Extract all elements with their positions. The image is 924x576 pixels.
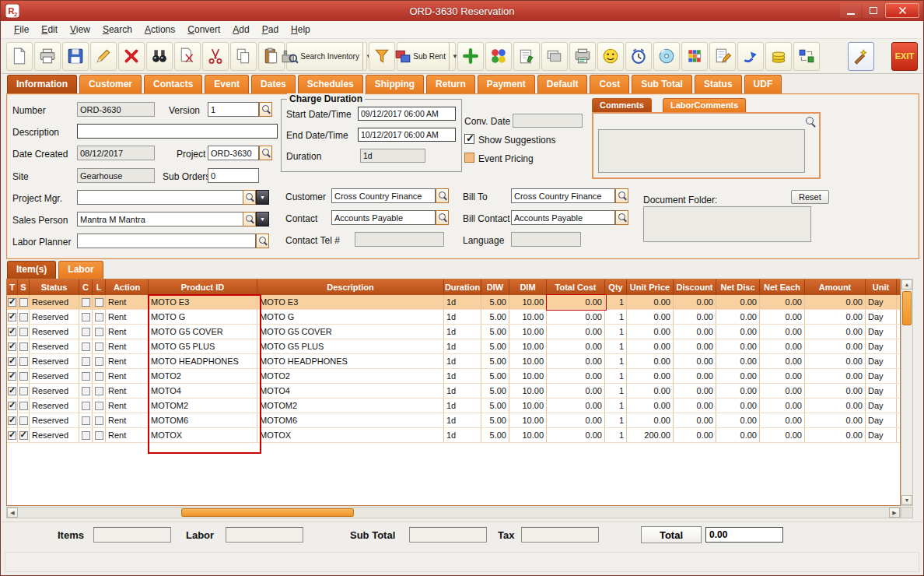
column-header-s[interactable]: S	[18, 279, 30, 295]
export-button[interactable]	[737, 42, 764, 71]
project-search-icon[interactable]	[259, 146, 272, 160]
page-edit-button[interactable]	[709, 42, 736, 71]
column-header-qty[interactable]: Qty	[605, 279, 627, 295]
find-button[interactable]	[146, 42, 173, 71]
column-header-duration[interactable]: Duration	[444, 279, 481, 295]
start-datetime-field[interactable]: 09/12/2017 06:00 AM	[358, 107, 456, 121]
s-checkbox[interactable]	[19, 328, 28, 336]
tab-return[interactable]: Return	[426, 75, 475, 93]
description-field[interactable]	[77, 124, 278, 139]
c-checkbox[interactable]	[82, 313, 90, 321]
table-row[interactable]: ReservedRentMOTO2MOTO21d5.0010.000.0010.…	[7, 369, 900, 384]
sub-rent-button[interactable]: Sub Rent▼	[397, 42, 456, 71]
tab-information[interactable]: Information	[7, 75, 77, 93]
l-checkbox[interactable]	[95, 402, 103, 410]
s-checkbox[interactable]	[19, 416, 28, 425]
column-header-t[interactable]: T	[7, 279, 18, 295]
table-row[interactable]: ReservedRentMOTO G5 PLUSMOTO G5 PLUS1d5.…	[7, 339, 900, 354]
scroll-down-icon[interactable]: ▼	[901, 495, 912, 505]
column-header-discount[interactable]: Discount	[674, 279, 716, 295]
t-checkbox[interactable]	[8, 387, 16, 395]
l-checkbox[interactable]	[95, 342, 103, 351]
column-header-status[interactable]: Status	[30, 279, 79, 295]
bill-contact-field[interactable]: Accounts Payable	[511, 210, 615, 225]
disc-button[interactable]	[653, 42, 680, 71]
show-suggestions-checkbox[interactable]	[464, 134, 474, 144]
table-row[interactable]: ReservedRentMOTOM2MOTOM21d5.0010.000.001…	[7, 399, 900, 413]
minimize-button[interactable]	[840, 3, 861, 18]
t-checkbox[interactable]	[8, 342, 16, 351]
smiley-button[interactable]	[597, 42, 624, 71]
s-checkbox[interactable]	[19, 372, 28, 381]
tab-status[interactable]: Status	[695, 75, 742, 93]
color-group-button[interactable]	[485, 42, 512, 71]
search-inventory-button[interactable]: Search Inventory▼	[286, 42, 367, 71]
table-row[interactable]: ReservedRentMOTOXMOTOX1d5.0010.000.00120…	[7, 428, 900, 443]
tab-customer[interactable]: Customer	[79, 75, 142, 93]
stamps-button[interactable]	[541, 42, 568, 71]
project-mgr-dropdown-icon[interactable]: ▼	[256, 190, 269, 205]
column-header-c[interactable]: C	[79, 279, 93, 295]
column-header-net-each[interactable]: Net Each	[760, 279, 805, 295]
column-header-unit-price[interactable]: Unit Price	[627, 279, 674, 295]
project-field[interactable]: ORD-3630	[208, 146, 259, 160]
version-field[interactable]: 1	[208, 102, 259, 117]
customer-field[interactable]: Cross Country Finance	[331, 188, 436, 203]
table-row[interactable]: ReservedRentMOTO E3MOTO E31d5.0010.000.0…	[7, 295, 900, 310]
column-header-unit[interactable]: Unit	[866, 279, 897, 295]
l-checkbox[interactable]	[95, 357, 103, 366]
s-checkbox[interactable]	[19, 431, 28, 440]
comments-box[interactable]	[598, 129, 805, 173]
table-row[interactable]: ReservedRentMOTO4MOTO41d5.0010.000.0010.…	[7, 384, 900, 399]
contact-tel-field[interactable]	[355, 232, 444, 247]
c-checkbox[interactable]	[82, 372, 90, 381]
clock-button[interactable]	[625, 42, 652, 71]
c-checkbox[interactable]	[82, 402, 90, 410]
l-checkbox[interactable]	[95, 298, 103, 307]
grid-horizontal-scrollbar[interactable]: ◀ ▶	[6, 507, 901, 518]
tax-field[interactable]	[521, 527, 599, 543]
tab-dates[interactable]: Dates	[251, 75, 296, 93]
labor-planner-search-icon[interactable]	[256, 234, 269, 248]
bill-contact-search-icon[interactable]	[615, 210, 628, 225]
maximize-button[interactable]	[863, 3, 884, 18]
column-header-total-cost[interactable]: Total Cost	[547, 279, 605, 295]
sub-total-field[interactable]	[409, 527, 487, 543]
cut-document-button[interactable]	[174, 42, 201, 71]
tab-labor[interactable]: Labor	[58, 261, 103, 279]
column-header-dim[interactable]: DIM	[509, 279, 547, 295]
c-checkbox[interactable]	[82, 357, 90, 366]
menu-item-actions[interactable]: Actions	[138, 21, 181, 38]
c-checkbox[interactable]	[82, 387, 90, 395]
t-checkbox[interactable]	[8, 416, 16, 425]
column-header-amount[interactable]: Amount	[805, 279, 866, 295]
s-checkbox[interactable]	[19, 342, 28, 351]
t-checkbox[interactable]	[8, 431, 16, 440]
l-checkbox[interactable]	[95, 416, 103, 425]
money-button[interactable]	[765, 42, 792, 71]
project-mgr-search-icon[interactable]	[243, 190, 256, 205]
s-checkbox[interactable]	[19, 357, 28, 366]
l-checkbox[interactable]	[95, 387, 103, 395]
c-checkbox[interactable]	[82, 298, 90, 307]
l-checkbox[interactable]	[95, 431, 103, 440]
c-checkbox[interactable]	[82, 431, 90, 440]
new-document-button[interactable]	[6, 42, 33, 71]
menu-item-search[interactable]: Search	[96, 21, 138, 38]
s-checkbox[interactable]	[19, 387, 28, 395]
tab-default[interactable]: Default	[537, 75, 588, 93]
t-checkbox[interactable]	[8, 298, 16, 307]
t-checkbox[interactable]	[8, 357, 16, 366]
s-checkbox[interactable]	[19, 313, 28, 321]
date-created-field[interactable]: 08/12/2017	[77, 146, 155, 160]
project-mgr-field[interactable]	[77, 190, 256, 205]
site-field[interactable]: Gearhouse	[77, 168, 155, 183]
add-button[interactable]	[457, 42, 484, 71]
tab-payment[interactable]: Payment	[478, 75, 535, 93]
transfer-button[interactable]	[793, 42, 820, 71]
tab-sub-total[interactable]: Sub Total	[632, 75, 692, 93]
column-header-net-disc[interactable]: Net Disc	[716, 279, 760, 295]
table-row[interactable]: ReservedRentMOTO HEADPHONESMOTO HEADPHON…	[7, 354, 900, 369]
tab-event[interactable]: Event	[205, 75, 249, 93]
tab-udf[interactable]: UDF	[744, 75, 782, 93]
